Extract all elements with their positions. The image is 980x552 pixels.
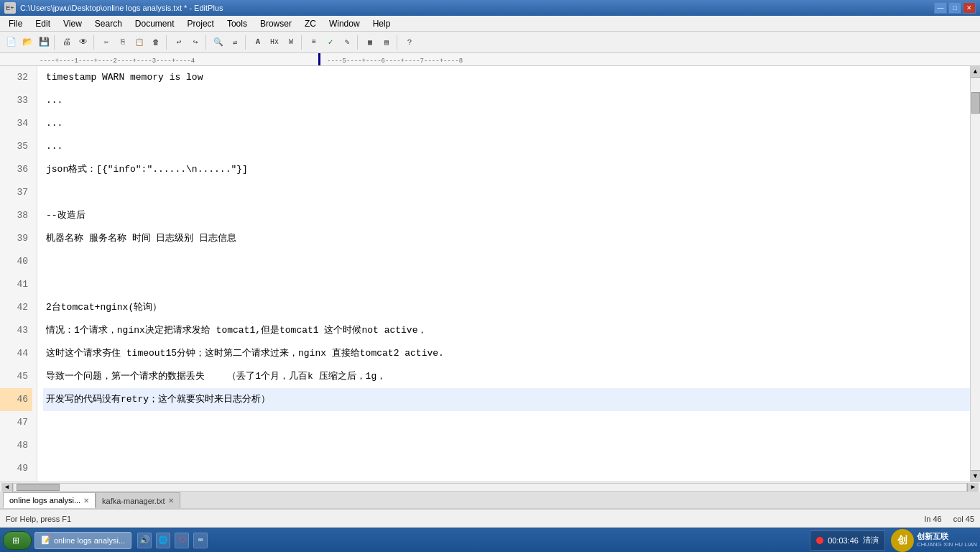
logo-subtitle: CHUANG XIN HU LIAN (917, 541, 977, 548)
toolbar-sep-5 (245, 35, 248, 50)
tray-icon-1-symbol: 🔊 (139, 535, 150, 546)
code-line-32[interactable]: timestamp WARN memory is low (43, 66, 970, 89)
code-line-35[interactable]: ... (43, 135, 970, 158)
btn-block1[interactable]: ▦ (362, 34, 378, 50)
status-bar: For Help, press F1 ln 46 col 45 (0, 509, 980, 528)
line-number-37: 37 (0, 181, 32, 204)
btn-wrap[interactable]: ≡ (306, 34, 322, 50)
code-line-47[interactable] (43, 411, 970, 434)
new-button[interactable]: 📄 (3, 34, 19, 50)
btn-check[interactable]: ✓ (323, 34, 338, 50)
taskbar-right: 00:03:46 清演 创 创新互联 CHUANG XIN HU LIAN (810, 529, 977, 552)
undo-button[interactable]: ↩ (171, 34, 187, 50)
find-button[interactable]: 🔍 (211, 34, 226, 50)
code-line-39[interactable]: 机器名称 服务名称 时间 日志级别 日志信息 (43, 227, 970, 250)
delete-button[interactable]: 🗑 (148, 34, 164, 50)
record-indicator (816, 537, 823, 544)
cut-button[interactable]: ✂ (98, 34, 114, 50)
ruler: ----+----1----+----2----+----3----+----4… (0, 53, 980, 66)
replace-button[interactable]: ⇄ (227, 34, 243, 50)
preview-button[interactable]: 👁 (75, 34, 91, 50)
line-number-43: 43 (0, 319, 32, 342)
editor-area[interactable]: 323334353637383940414243444546474849 tim… (0, 66, 980, 482)
scrollbar-thumb-h[interactable] (17, 484, 60, 491)
menu-project[interactable]: Project (182, 17, 220, 31)
code-line-48[interactable] (43, 434, 970, 457)
title-bar: E+ C:\Users\jpwu\Desktop\online logs ana… (0, 0, 980, 16)
menu-edit[interactable]: Edit (29, 17, 56, 31)
copy-button[interactable]: ⎘ (115, 34, 131, 50)
status-ln: ln 46 (925, 515, 942, 523)
code-line-40[interactable] (43, 250, 970, 273)
toolbar-sep-4 (205, 35, 208, 50)
maximize-button[interactable]: □ (948, 2, 961, 14)
code-line-44[interactable]: 这时这个请求夯住 timeout15分钟；这时第二个请求过来，nginx 直接给… (43, 342, 970, 365)
tray-icon-1[interactable]: 🔊 (137, 533, 152, 548)
code-line-46[interactable]: 开发写的代码没有retry；这个就要实时来日志分析） (43, 388, 970, 411)
code-line-38[interactable]: --改造后 (43, 204, 970, 227)
horizontal-scrollbar[interactable]: ◀ ▶ (0, 482, 980, 492)
btn-W[interactable]: W (283, 34, 299, 50)
code-area[interactable]: timestamp WARN memory is low.........jso… (37, 66, 970, 482)
menu-view[interactable]: View (57, 17, 88, 31)
btn-Hx[interactable]: Hx (267, 34, 282, 50)
line-number-46: 46 (0, 388, 32, 411)
code-line-49[interactable] (43, 457, 970, 480)
tray-icon-2[interactable]: 🌐 (156, 533, 170, 548)
print-button[interactable]: 🖨 (59, 34, 75, 50)
toolbar-sep-6 (301, 35, 304, 50)
paste-button[interactable]: 📋 (131, 34, 147, 50)
line-number-32: 32 (0, 66, 32, 89)
btn-A[interactable]: A (250, 34, 266, 50)
code-line-33[interactable]: ... (43, 89, 970, 112)
redo-button[interactable]: ↪ (188, 34, 203, 50)
code-line-43[interactable]: 情况：1个请求，nginx决定把请求发给 tomcat1,但是tomcat1 这… (43, 319, 970, 342)
line-number-39: 39 (0, 227, 32, 250)
tray-icon-4[interactable]: ⌨ (193, 533, 208, 548)
scrollbar-thumb-v[interactable] (971, 92, 980, 114)
menu-browser[interactable]: Browser (254, 17, 297, 31)
svg-text:----5----+----6----+----7----+: ----5----+----6----+----7----+----8 (327, 58, 463, 65)
menu-help[interactable]: Help (367, 17, 397, 31)
line-number-34: 34 (0, 112, 32, 135)
close-button[interactable]: ✕ (963, 2, 976, 14)
taskbar-editplus[interactable]: 📝 online logs analysi... (34, 532, 131, 549)
tab-kafka-manager[interactable]: kafka-manager.txt ✕ (96, 492, 180, 508)
menu-document[interactable]: Document (129, 17, 180, 31)
tab-close-online[interactable]: ✕ (83, 497, 89, 505)
tab-label-online: online logs analysi... (9, 496, 80, 505)
code-line-36[interactable]: json格式：[{"info":"......\n......"}] (43, 158, 970, 181)
menu-tools[interactable]: Tools (221, 17, 253, 31)
minimize-button[interactable]: — (934, 2, 947, 14)
line-number-36: 36 (0, 158, 32, 181)
logo-icon: 创 (891, 529, 914, 552)
tab-online-logs[interactable]: online logs analysi... ✕ (3, 492, 96, 508)
code-line-34[interactable]: ... (43, 112, 970, 135)
brand-logo: 创 创新互联 CHUANG XIN HU LIAN (891, 529, 977, 552)
btn-help[interactable]: ? (402, 34, 417, 50)
btn-pencil[interactable]: ✎ (339, 34, 355, 50)
menu-zc[interactable]: ZC (299, 17, 322, 31)
code-line-45[interactable]: 导致一个问题，第一个请求的数据丢失 （丢了1个月，几百k 压缩之后，1g， (43, 365, 970, 388)
clock-label: 清演 (863, 535, 879, 546)
vertical-scrollbar[interactable]: ▲ ▼ (970, 66, 980, 482)
code-line-41[interactable] (43, 273, 970, 296)
line-number-47: 47 (0, 411, 32, 434)
status-col: col 45 (953, 515, 974, 523)
code-line-42[interactable]: 2台tomcat+nginx(轮询） (43, 296, 970, 319)
line-number-45: 45 (0, 365, 32, 388)
menu-window[interactable]: Window (323, 17, 366, 31)
save-button[interactable]: 💾 (36, 34, 52, 50)
open-button[interactable]: 📂 (19, 34, 35, 50)
antivirus-icon: 🛡 (178, 535, 186, 545)
menu-file[interactable]: File (3, 17, 28, 31)
logo-name: 创新互联 (917, 532, 977, 541)
tab-close-kafka[interactable]: ✕ (168, 497, 174, 505)
btn-block2[interactable]: ▤ (379, 34, 394, 50)
tray-icon-3[interactable]: 🛡 (175, 533, 189, 548)
code-line-37[interactable] (43, 181, 970, 204)
menu-search[interactable]: Search (89, 17, 128, 31)
line-number-49: 49 (0, 457, 32, 480)
start-button[interactable]: ⊞ (3, 531, 32, 550)
taskbar-editplus-label: online logs analysi... (54, 536, 125, 545)
